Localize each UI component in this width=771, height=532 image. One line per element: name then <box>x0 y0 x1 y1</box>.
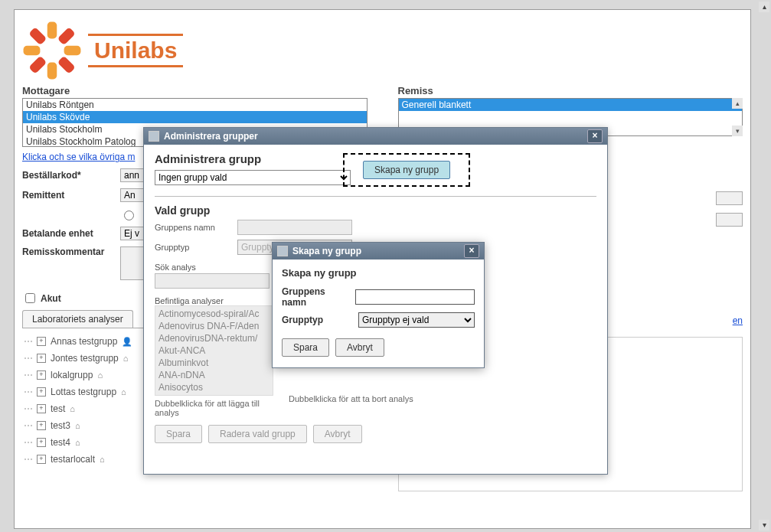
tab-laboratoriets-analyser[interactable]: Laboratoriets analyser <box>22 310 133 328</box>
available-analyses-listbox[interactable]: Actinomycesod-spiral/Ac Adenovirus DNA-F… <box>155 305 273 396</box>
tree-expand-icon[interactable]: + <box>37 455 46 464</box>
new-typ-label: Grupptyp <box>282 315 354 325</box>
svg-rect-1 <box>47 63 57 80</box>
person-icon: 👤 <box>122 337 132 347</box>
svg-rect-7 <box>57 56 76 74</box>
home-icon: ⌂ <box>121 387 126 397</box>
new-save-button[interactable]: Spara <box>282 338 329 357</box>
sok-analys-input[interactable] <box>155 273 270 289</box>
logo-mark-icon <box>22 21 82 80</box>
tree-item-label: Jontes testgrupp <box>51 353 119 364</box>
dialog-title-icon <box>149 131 159 142</box>
svg-rect-0 <box>47 22 57 39</box>
hint-add: Dubbelklicka för att lägga till analys <box>155 399 273 417</box>
svg-rect-5 <box>28 56 47 74</box>
tree-expand-icon[interactable]: + <box>37 421 46 430</box>
new-namn-label: Gruppens namn <box>282 286 351 308</box>
svg-rect-4 <box>57 27 76 45</box>
home-icon: ⌂ <box>75 421 80 430</box>
analys-option[interactable]: AdenovirusDNA-rektum/ <box>158 332 270 344</box>
akut-checkbox[interactable] <box>25 293 35 303</box>
page-scroll-down[interactable]: ▾ <box>759 520 769 530</box>
admin-delete-button: Radera vald grupp <box>208 425 307 443</box>
tree-item-label: test <box>51 403 65 414</box>
logo-text: Unilabs <box>88 34 183 67</box>
analys-option[interactable]: Adenovirus DNA-F/Aden <box>158 320 270 332</box>
bestallarkod-label: Beställarkod* <box>22 170 114 181</box>
remittent-radio[interactable] <box>124 211 134 220</box>
tree-item-label: lokalgrupp <box>51 370 93 380</box>
remittent-label: Remittent <box>22 190 114 201</box>
tree-item-label: test3 <box>51 420 70 431</box>
page-scroll-up[interactable]: ▴ <box>759 2 769 12</box>
svg-rect-6 <box>28 27 47 45</box>
group-select[interactable]: Ingen grupp vald <box>155 170 351 185</box>
create-group-dialog: Skapa ny grupp × Skapa ny grupp Gruppens… <box>272 242 485 368</box>
svg-rect-2 <box>24 46 41 55</box>
analys-option[interactable]: Albuminkvot <box>158 357 270 369</box>
tree-expand-icon[interactable]: + <box>37 387 46 397</box>
grupptyp-label: Grupptyp <box>155 243 231 252</box>
hint-remove: Dubbelklicka för att ta bort analys <box>289 394 596 403</box>
mottagare-label: Mottagare <box>22 85 368 96</box>
remiss-label: Remiss <box>398 85 743 96</box>
other-recipients-link[interactable]: Klicka och se vilka övriga m <box>22 152 135 162</box>
analys-option[interactable]: Anisocytos <box>158 381 270 393</box>
admin-dialog-close-icon[interactable]: × <box>587 129 603 143</box>
tree-item-label: testarlocalt <box>51 454 95 465</box>
create-group-button[interactable]: Skapa ny grupp <box>363 161 450 179</box>
home-icon: ⌂ <box>70 404 75 413</box>
mottagare-option[interactable]: Unilabs Skövde <box>23 111 367 123</box>
tree-expand-icon[interactable]: + <box>37 438 46 447</box>
tree-expand-icon[interactable]: + <box>37 370 46 380</box>
admin-cancel-button: Avbryt <box>313 425 362 443</box>
tree-item-label: Lottas testgrupp <box>51 387 116 397</box>
home-icon: ⌂ <box>123 354 129 363</box>
gruppens-namn-input[interactable] <box>237 220 352 235</box>
right-input-1[interactable] <box>716 191 743 205</box>
tree-expand-icon[interactable]: + <box>37 404 46 413</box>
remiss-scroll-up[interactable]: ▴ <box>732 98 743 109</box>
home-icon: ⌂ <box>100 455 105 464</box>
remiss-scroll-down[interactable]: ▾ <box>732 126 743 136</box>
new-cancel-button[interactable]: Avbryt <box>335 338 384 357</box>
analys-option[interactable]: Akut-ANCA <box>158 344 270 357</box>
remisskommentar-label: Remisskommentar <box>22 246 114 257</box>
new-dialog-heading: Skapa ny grupp <box>282 267 475 279</box>
new-dialog-close-icon[interactable]: × <box>464 244 479 258</box>
remiss-option[interactable]: Generell blankett <box>399 99 743 111</box>
tree-expand-icon[interactable]: + <box>37 337 46 346</box>
home-icon: ⌂ <box>75 438 80 447</box>
new-namn-input[interactable] <box>355 289 475 305</box>
gruppens-namn-label: Gruppens namn <box>155 223 231 232</box>
right-partial-link[interactable]: en <box>733 315 743 326</box>
new-dialog-title: Skapa ny grupp <box>292 246 464 256</box>
akut-label: Akut <box>41 293 61 304</box>
admin-save-button: Spara <box>155 425 202 443</box>
analys-option[interactable]: ANA-nDNA <box>158 369 270 381</box>
betalande-label: Betalande enhet <box>22 228 114 239</box>
tree-item-label: Annas testgrupp <box>51 336 117 347</box>
tree-expand-icon[interactable]: + <box>37 354 46 363</box>
admin-dialog-title: Administrera grupper <box>164 131 587 142</box>
new-typ-select[interactable]: Grupptyp ej vald <box>358 312 475 328</box>
svg-rect-3 <box>64 46 81 55</box>
analys-option[interactable]: Actinomycesod-spiral/Ac <box>158 308 270 320</box>
mottagare-option[interactable]: Unilabs Röntgen <box>23 99 367 111</box>
right-input-2[interactable] <box>716 213 743 227</box>
home-icon: ⌂ <box>97 370 103 380</box>
dialog-title-icon <box>277 246 288 256</box>
vald-grupp-heading: Vald grupp <box>155 204 596 217</box>
analys-option[interactable]: B- Retikulocyter <box>158 393 270 396</box>
tree-item-label: test4 <box>51 437 70 448</box>
logo-row: Unilabs <box>15 10 750 85</box>
